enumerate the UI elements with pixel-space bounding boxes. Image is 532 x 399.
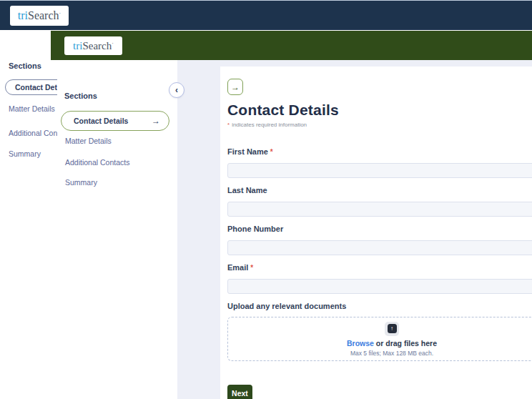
phone-number-label: Phone Number [227,225,532,234]
inner-sections-title: Sections [64,92,97,100]
field-email: Email* [227,263,532,294]
form-card: → Contact Details *indicates required in… [220,66,532,399]
inner-sidebar-item-summary[interactable]: Summary [65,178,97,187]
outer-sidebar-item-additional-contacts[interactable]: Additional Contacts [9,129,57,137]
outer-sections-title: Sections [9,61,41,70]
trisearch-logo: triSearch· [10,6,69,26]
last-name-input[interactable] [227,202,532,217]
phone-number-input[interactable] [227,240,532,255]
required-note: *indicates required information [227,122,532,128]
logo-text: triSearch· [73,40,114,52]
embedded-intake-app: triSearch· Sections Contact Details → Ma… [51,31,532,399]
first-name-label: First Name* [227,147,532,157]
app-window: triSearch· Sections Contact Details Matt… [0,0,532,399]
inner-sidebar: Sections Contact Details → Matter Detail… [57,60,177,399]
inner-body: Sections Contact Details → Matter Detail… [57,60,532,399]
browse-line: Browse or drag files here [347,339,437,348]
email-input[interactable] [227,279,532,294]
arrow-right-icon: → [152,116,160,126]
file-dropzone[interactable]: ↑ Browse or drag files here Max 5 files;… [227,317,532,361]
email-label: Email* [227,263,532,272]
outer-header: triSearch· [0,0,532,30]
field-phone-number: Phone Number [227,225,532,255]
required-asterisk: * [270,148,273,156]
inner-sidebar-item-contact-details[interactable]: Contact Details → [61,111,169,131]
inner-sidebar-item-additional-contacts[interactable]: Additional Contacts [65,158,129,167]
upload-icon: ↑ [385,322,399,336]
forward-button[interactable]: → [227,79,243,95]
required-note-text: indicates required information [232,122,307,128]
field-first-name: First Name* [227,147,532,178]
inner-header: triSearch· [51,31,532,60]
upload-label: Upload any relevant documents [227,302,532,311]
last-name-label: Last Name [227,186,532,195]
next-button[interactable]: Next [227,385,252,399]
outer-sidebar-item-summary[interactable]: Summary [9,149,41,158]
first-name-input[interactable] [227,163,532,178]
field-upload: Upload any relevant documents ↑ Browse o… [227,302,532,361]
upload-hint: Max 5 files; Max 128 MB each. [350,350,433,357]
logo-text: triSearch· [18,9,61,22]
page-title: Contact Details [227,102,532,119]
required-asterisk: * [227,122,230,128]
chevron-left-icon: ‹ [175,85,178,95]
outer-sidebar-item-matter-details[interactable]: Matter Details [9,104,55,113]
outer-sidebar: Sections Contact Details Matter Details … [0,30,57,399]
contact-form: First Name* Last Name Phone Number [227,147,532,399]
drag-text: or drag files here [374,339,437,348]
inner-sidebar-item-matter-details[interactable]: Matter Details [65,137,112,145]
trisearch-logo-inner: triSearch· [64,36,122,55]
required-asterisk: * [250,264,253,272]
arrow-up-icon: ↑ [388,324,397,333]
arrow-right-icon: → [231,82,240,92]
outer-sidebar-item-contact-details[interactable]: Contact Details [5,79,57,95]
field-last-name: Last Name [227,186,532,217]
sidebar-collapse-button[interactable]: ‹ [169,82,184,98]
inner-active-item-label: Contact Details [74,117,128,125]
browse-link[interactable]: Browse [347,339,374,348]
